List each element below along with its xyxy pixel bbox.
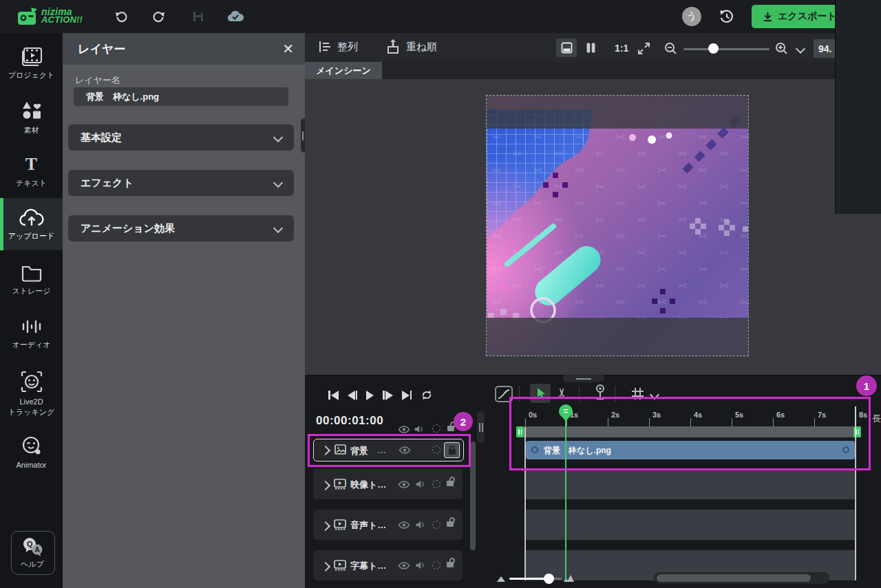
- folder-icon: [20, 263, 43, 282]
- shapes-icon: [21, 100, 43, 121]
- layer-panel-header: レイヤー ✕: [63, 33, 305, 65]
- animator-face-icon: [20, 435, 43, 457]
- playback-controls: [328, 389, 433, 401]
- zoom-slider-knob[interactable]: [708, 43, 719, 54]
- keyframe-icon[interactable]: [432, 480, 440, 488]
- sidebar-item-audio[interactable]: オーディオ: [0, 318, 63, 350]
- annotation-box-1: [509, 397, 871, 470]
- section-label: エフェクト: [81, 177, 134, 190]
- sidebar-item-label: オーディオ: [12, 340, 50, 350]
- sidebar-item-upload[interactable]: アップロード: [0, 198, 63, 250]
- undo-icon[interactable]: [113, 8, 129, 25]
- tracklist-scrollbar[interactable]: [470, 442, 476, 550]
- redo-icon[interactable]: [151, 8, 167, 25]
- sidebar-item-label: 素材: [24, 125, 39, 135]
- visibility-icon[interactable]: [398, 480, 410, 489]
- save-icon[interactable]: [190, 8, 206, 25]
- lock-icon-unlocked[interactable]: [447, 518, 454, 527]
- timeline-hscrollbar-thumb[interactable]: [657, 574, 811, 582]
- timeline-zoom-out-icon[interactable]: [497, 576, 505, 582]
- chevron-down-icon: [273, 224, 283, 233]
- stack-order-icon: [385, 39, 401, 55]
- close-icon[interactable]: ✕: [282, 41, 294, 57]
- section-animation-effects[interactable]: アニメーション効果: [68, 215, 294, 241]
- sidebar-item-label: テキスト: [16, 178, 47, 188]
- fit-screen-icon[interactable]: [637, 42, 650, 55]
- section-effects[interactable]: エフェクト: [68, 170, 294, 196]
- tracklist-resize-handle[interactable]: [477, 411, 485, 443]
- video-track-icon: [334, 519, 346, 530]
- brand-wordmark: nizima ACTION!!: [41, 8, 83, 24]
- top-bar: [0, 0, 881, 34]
- audio-icon[interactable]: [415, 560, 425, 570]
- section-label: 基本設定: [81, 131, 122, 144]
- split-horizontal-button[interactable]: [556, 39, 577, 57]
- skip-end-button[interactable]: [402, 391, 412, 400]
- right-toolbar: [835, 0, 881, 214]
- layer-name-label: レイヤー名: [75, 74, 120, 87]
- sidebar-item-project[interactable]: プロジェクト: [0, 45, 63, 80]
- sidebar-item-material[interactable]: 素材: [0, 100, 63, 135]
- zoom-out-icon[interactable]: [664, 42, 677, 55]
- sidebar-item-label: Animator: [16, 461, 46, 469]
- layer-name-input[interactable]: 背景 枠なし.png: [74, 87, 288, 106]
- visibility-icon[interactable]: [398, 521, 410, 530]
- master-keyframe-icon[interactable]: [432, 424, 440, 433]
- sidebar-item-text[interactable]: T テキスト: [0, 155, 63, 188]
- track-row[interactable]: 音声ト…: [313, 510, 463, 540]
- play-button[interactable]: [366, 391, 374, 400]
- ratio-button[interactable]: 1:1: [615, 43, 628, 54]
- align-button[interactable]: 整列: [318, 40, 358, 54]
- sidebar-item-label: ヘルプ: [21, 559, 44, 569]
- history-icon[interactable]: [719, 8, 735, 25]
- keyframe-icon[interactable]: [432, 561, 440, 569]
- zoom-in-icon[interactable]: [775, 42, 788, 55]
- brand-logo-icon[interactable]: [17, 8, 38, 25]
- svg-text:Q: Q: [27, 540, 33, 548]
- help-button[interactable]: QA ヘルプ: [11, 531, 55, 575]
- layer-panel-title: レイヤー: [78, 41, 125, 57]
- track-lane[interactable]: [526, 469, 855, 499]
- timeline-resize-handle[interactable]: [563, 375, 604, 382]
- audio-icon[interactable]: [415, 520, 425, 530]
- sidebar-item-animator[interactable]: Animator: [0, 435, 63, 469]
- visibility-icon[interactable]: [398, 561, 410, 570]
- timeline-hscrollbar[interactable]: [654, 572, 829, 584]
- sidebar-item-label: ストレージ: [12, 286, 50, 296]
- master-audio-icon[interactable]: [414, 424, 424, 434]
- track-lane[interactable]: [526, 510, 855, 540]
- upload-cloud-icon: [19, 208, 44, 227]
- avatar[interactable]: う: [682, 7, 701, 26]
- audio-icon[interactable]: [415, 479, 425, 489]
- video-track-icon: [334, 560, 346, 571]
- zoom-slider[interactable]: [683, 48, 769, 50]
- track-row[interactable]: 字幕ト…: [313, 550, 463, 580]
- sidebar-item-live2d-tracking[interactable]: Live2D トラッキング: [0, 370, 63, 417]
- skip-start-button[interactable]: [328, 391, 339, 400]
- keyframe-icon[interactable]: [432, 521, 440, 529]
- lock-icon-unlocked[interactable]: [447, 558, 454, 567]
- track-row[interactable]: 映像ト…: [313, 469, 463, 499]
- tab-main-scene[interactable]: メインシーン: [305, 62, 382, 79]
- length-label: 長: [872, 413, 881, 425]
- timecode: 00:00:01:00: [316, 414, 383, 428]
- annotation-box-2: [308, 434, 471, 467]
- split-vertical-button[interactable]: [580, 39, 601, 57]
- timeline-zoom-knob[interactable]: [544, 574, 554, 584]
- text-tool-icon: T: [25, 155, 37, 174]
- cloud-sync-icon[interactable]: [227, 8, 244, 24]
- section-basic-settings[interactable]: 基本設定: [68, 124, 294, 151]
- lock-icon-unlocked[interactable]: [447, 477, 454, 486]
- master-visibility-icon[interactable]: [398, 425, 410, 434]
- export-button[interactable]: エクスポート: [752, 5, 848, 28]
- step-forward-button[interactable]: [383, 391, 393, 400]
- loop-button[interactable]: [421, 389, 433, 401]
- order-label: 重ね順: [406, 41, 437, 54]
- active-indicator: [0, 198, 3, 250]
- chevron-down-icon: [273, 178, 283, 188]
- help-qa-icon: QA: [21, 537, 44, 556]
- sidebar-item-storage[interactable]: ストレージ: [0, 263, 63, 296]
- step-back-button[interactable]: [348, 391, 358, 400]
- waveform-icon: [20, 318, 43, 336]
- order-button[interactable]: 重ね順: [385, 39, 437, 55]
